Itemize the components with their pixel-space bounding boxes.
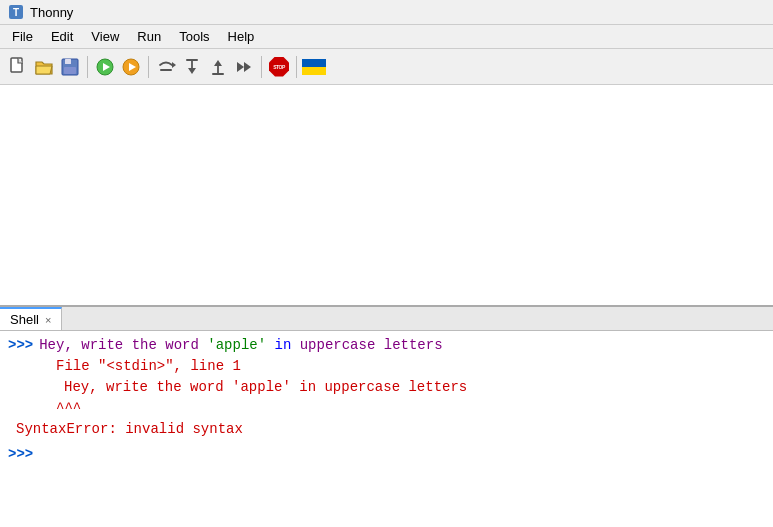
svg-marker-19	[244, 62, 251, 72]
shell-tabs: Shell ×	[0, 307, 773, 331]
shell-prompt-1: >>>	[8, 335, 33, 356]
shell-error-caret: ^^^	[8, 398, 765, 419]
shell-content[interactable]: >>> Hey, write the word 'apple' in upper…	[0, 331, 773, 527]
shell-error-file: File "<stdin>", line 1	[8, 356, 765, 377]
run-button[interactable]	[93, 55, 117, 79]
svg-rect-4	[65, 59, 71, 64]
svg-marker-13	[188, 68, 196, 74]
shell-tab-label: Shell	[10, 312, 39, 327]
step-into-button[interactable]	[180, 55, 204, 79]
ukraine-flag-icon	[302, 59, 326, 75]
menu-bar: File Edit View Run Tools Help	[0, 25, 773, 49]
svg-rect-2	[11, 58, 22, 72]
step-over-icon	[156, 57, 176, 77]
toolbar-separator-2	[148, 56, 149, 78]
step-out-icon	[208, 57, 228, 77]
new-file-button[interactable]	[6, 55, 30, 79]
stop-button[interactable]: STOP	[267, 55, 291, 79]
open-file-button[interactable]	[32, 55, 56, 79]
shell-tab-close-button[interactable]: ×	[45, 314, 51, 326]
shell-command-text: Hey, write the word 'apple' in uppercase…	[39, 335, 442, 356]
svg-text:T: T	[13, 7, 19, 18]
svg-marker-10	[172, 62, 176, 68]
app-title: Thonny	[30, 5, 73, 20]
shell-prompt-line: >>> Hey, write the word 'apple' in upper…	[8, 335, 765, 356]
editor-area[interactable]	[0, 85, 773, 307]
shell-empty-prompt-line: >>>	[8, 444, 765, 465]
resume-button[interactable]	[232, 55, 256, 79]
save-file-icon	[60, 57, 80, 77]
title-bar: T Thonny	[0, 0, 773, 25]
debug-icon	[121, 57, 141, 77]
shell-syntax-error: SyntaxError: invalid syntax	[8, 419, 765, 440]
toolbar-separator-1	[87, 56, 88, 78]
step-into-icon	[182, 57, 202, 77]
open-file-icon	[34, 57, 54, 77]
svg-marker-18	[237, 62, 244, 72]
step-over-button[interactable]	[154, 55, 178, 79]
new-file-icon	[8, 57, 28, 77]
toolbar-separator-3	[261, 56, 262, 78]
toolbar-separator-4	[296, 56, 297, 78]
shell-panel: Shell × >>> Hey, write the word 'apple' …	[0, 307, 773, 527]
shell-tab[interactable]: Shell ×	[0, 307, 62, 330]
menu-tools[interactable]: Tools	[171, 27, 217, 46]
debug-button[interactable]	[119, 55, 143, 79]
toolbar: STOP	[0, 49, 773, 85]
menu-help[interactable]: Help	[220, 27, 263, 46]
step-out-button[interactable]	[206, 55, 230, 79]
stop-icon: STOP	[269, 57, 289, 77]
resume-icon	[234, 57, 254, 77]
menu-edit[interactable]: Edit	[43, 27, 81, 46]
save-file-button[interactable]	[58, 55, 82, 79]
shell-error-repeat: Hey, write the word 'apple' in uppercase…	[8, 377, 765, 398]
menu-view[interactable]: View	[83, 27, 127, 46]
shell-prompt-2: >>>	[8, 444, 33, 465]
menu-file[interactable]: File	[4, 27, 41, 46]
svg-marker-16	[214, 60, 222, 66]
app-icon: T	[8, 4, 24, 20]
svg-rect-5	[64, 67, 76, 74]
menu-run[interactable]: Run	[129, 27, 169, 46]
run-icon	[95, 57, 115, 77]
